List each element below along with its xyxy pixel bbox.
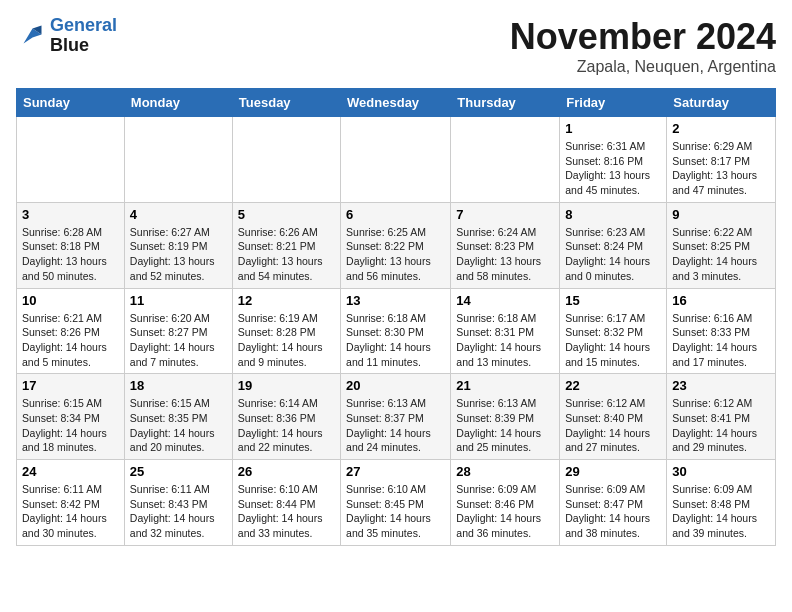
day-number: 27 bbox=[346, 464, 445, 479]
day-number: 2 bbox=[672, 121, 770, 136]
calendar-cell: 27Sunrise: 6:10 AMSunset: 8:45 PMDayligh… bbox=[341, 460, 451, 546]
calendar-cell: 22Sunrise: 6:12 AMSunset: 8:40 PMDayligh… bbox=[560, 374, 667, 460]
weekday-header-sunday: Sunday bbox=[17, 89, 125, 117]
calendar-cell bbox=[17, 117, 125, 203]
calendar-cell: 11Sunrise: 6:20 AMSunset: 8:27 PMDayligh… bbox=[124, 288, 232, 374]
day-number: 20 bbox=[346, 378, 445, 393]
day-info: Sunrise: 6:15 AMSunset: 8:34 PMDaylight:… bbox=[22, 396, 119, 455]
day-number: 16 bbox=[672, 293, 770, 308]
day-info: Sunrise: 6:18 AMSunset: 8:31 PMDaylight:… bbox=[456, 311, 554, 370]
weekday-header-thursday: Thursday bbox=[451, 89, 560, 117]
weekday-header-wednesday: Wednesday bbox=[341, 89, 451, 117]
calendar-cell: 29Sunrise: 6:09 AMSunset: 8:47 PMDayligh… bbox=[560, 460, 667, 546]
calendar-table: SundayMondayTuesdayWednesdayThursdayFrid… bbox=[16, 88, 776, 546]
day-info: Sunrise: 6:10 AMSunset: 8:45 PMDaylight:… bbox=[346, 482, 445, 541]
day-info: Sunrise: 6:21 AMSunset: 8:26 PMDaylight:… bbox=[22, 311, 119, 370]
calendar-cell: 14Sunrise: 6:18 AMSunset: 8:31 PMDayligh… bbox=[451, 288, 560, 374]
day-number: 30 bbox=[672, 464, 770, 479]
week-row-3: 10Sunrise: 6:21 AMSunset: 8:26 PMDayligh… bbox=[17, 288, 776, 374]
day-info: Sunrise: 6:23 AMSunset: 8:24 PMDaylight:… bbox=[565, 225, 661, 284]
day-info: Sunrise: 6:24 AMSunset: 8:23 PMDaylight:… bbox=[456, 225, 554, 284]
calendar-cell: 28Sunrise: 6:09 AMSunset: 8:46 PMDayligh… bbox=[451, 460, 560, 546]
calendar-cell: 17Sunrise: 6:15 AMSunset: 8:34 PMDayligh… bbox=[17, 374, 125, 460]
calendar-cell bbox=[232, 117, 340, 203]
calendar-cell: 21Sunrise: 6:13 AMSunset: 8:39 PMDayligh… bbox=[451, 374, 560, 460]
day-info: Sunrise: 6:29 AMSunset: 8:17 PMDaylight:… bbox=[672, 139, 770, 198]
day-info: Sunrise: 6:12 AMSunset: 8:40 PMDaylight:… bbox=[565, 396, 661, 455]
day-number: 1 bbox=[565, 121, 661, 136]
day-info: Sunrise: 6:22 AMSunset: 8:25 PMDaylight:… bbox=[672, 225, 770, 284]
weekday-header-tuesday: Tuesday bbox=[232, 89, 340, 117]
calendar-cell: 3Sunrise: 6:28 AMSunset: 8:18 PMDaylight… bbox=[17, 202, 125, 288]
day-info: Sunrise: 6:12 AMSunset: 8:41 PMDaylight:… bbox=[672, 396, 770, 455]
weekday-header-saturday: Saturday bbox=[667, 89, 776, 117]
day-number: 6 bbox=[346, 207, 445, 222]
calendar-cell: 5Sunrise: 6:26 AMSunset: 8:21 PMDaylight… bbox=[232, 202, 340, 288]
calendar-cell: 18Sunrise: 6:15 AMSunset: 8:35 PMDayligh… bbox=[124, 374, 232, 460]
month-title: November 2024 bbox=[510, 16, 776, 58]
calendar-header: SundayMondayTuesdayWednesdayThursdayFrid… bbox=[17, 89, 776, 117]
calendar-cell: 8Sunrise: 6:23 AMSunset: 8:24 PMDaylight… bbox=[560, 202, 667, 288]
day-number: 4 bbox=[130, 207, 227, 222]
day-number: 5 bbox=[238, 207, 335, 222]
calendar-cell: 6Sunrise: 6:25 AMSunset: 8:22 PMDaylight… bbox=[341, 202, 451, 288]
day-info: Sunrise: 6:17 AMSunset: 8:32 PMDaylight:… bbox=[565, 311, 661, 370]
calendar-cell: 1Sunrise: 6:31 AMSunset: 8:16 PMDaylight… bbox=[560, 117, 667, 203]
day-info: Sunrise: 6:20 AMSunset: 8:27 PMDaylight:… bbox=[130, 311, 227, 370]
calendar-cell bbox=[124, 117, 232, 203]
logo-bird-icon bbox=[16, 21, 46, 51]
week-row-1: 1Sunrise: 6:31 AMSunset: 8:16 PMDaylight… bbox=[17, 117, 776, 203]
day-number: 23 bbox=[672, 378, 770, 393]
day-number: 9 bbox=[672, 207, 770, 222]
calendar-cell bbox=[451, 117, 560, 203]
week-row-5: 24Sunrise: 6:11 AMSunset: 8:42 PMDayligh… bbox=[17, 460, 776, 546]
day-info: Sunrise: 6:18 AMSunset: 8:30 PMDaylight:… bbox=[346, 311, 445, 370]
day-info: Sunrise: 6:28 AMSunset: 8:18 PMDaylight:… bbox=[22, 225, 119, 284]
day-info: Sunrise: 6:25 AMSunset: 8:22 PMDaylight:… bbox=[346, 225, 445, 284]
calendar-cell: 15Sunrise: 6:17 AMSunset: 8:32 PMDayligh… bbox=[560, 288, 667, 374]
calendar-cell: 2Sunrise: 6:29 AMSunset: 8:17 PMDaylight… bbox=[667, 117, 776, 203]
day-number: 25 bbox=[130, 464, 227, 479]
calendar-cell: 24Sunrise: 6:11 AMSunset: 8:42 PMDayligh… bbox=[17, 460, 125, 546]
day-number: 15 bbox=[565, 293, 661, 308]
calendar-cell: 23Sunrise: 6:12 AMSunset: 8:41 PMDayligh… bbox=[667, 374, 776, 460]
calendar-cell: 19Sunrise: 6:14 AMSunset: 8:36 PMDayligh… bbox=[232, 374, 340, 460]
day-number: 29 bbox=[565, 464, 661, 479]
header-row: SundayMondayTuesdayWednesdayThursdayFrid… bbox=[17, 89, 776, 117]
day-info: Sunrise: 6:11 AMSunset: 8:42 PMDaylight:… bbox=[22, 482, 119, 541]
day-info: Sunrise: 6:09 AMSunset: 8:46 PMDaylight:… bbox=[456, 482, 554, 541]
day-info: Sunrise: 6:13 AMSunset: 8:39 PMDaylight:… bbox=[456, 396, 554, 455]
calendar-cell: 12Sunrise: 6:19 AMSunset: 8:28 PMDayligh… bbox=[232, 288, 340, 374]
day-number: 12 bbox=[238, 293, 335, 308]
day-info: Sunrise: 6:09 AMSunset: 8:48 PMDaylight:… bbox=[672, 482, 770, 541]
calendar-body: 1Sunrise: 6:31 AMSunset: 8:16 PMDaylight… bbox=[17, 117, 776, 546]
day-number: 13 bbox=[346, 293, 445, 308]
day-info: Sunrise: 6:27 AMSunset: 8:19 PMDaylight:… bbox=[130, 225, 227, 284]
day-number: 10 bbox=[22, 293, 119, 308]
day-number: 22 bbox=[565, 378, 661, 393]
calendar-cell: 7Sunrise: 6:24 AMSunset: 8:23 PMDaylight… bbox=[451, 202, 560, 288]
day-info: Sunrise: 6:16 AMSunset: 8:33 PMDaylight:… bbox=[672, 311, 770, 370]
calendar-cell: 16Sunrise: 6:16 AMSunset: 8:33 PMDayligh… bbox=[667, 288, 776, 374]
calendar-cell: 25Sunrise: 6:11 AMSunset: 8:43 PMDayligh… bbox=[124, 460, 232, 546]
calendar-cell: 30Sunrise: 6:09 AMSunset: 8:48 PMDayligh… bbox=[667, 460, 776, 546]
page-header: General Blue November 2024 Zapala, Neuqu… bbox=[16, 16, 776, 76]
day-number: 21 bbox=[456, 378, 554, 393]
day-info: Sunrise: 6:15 AMSunset: 8:35 PMDaylight:… bbox=[130, 396, 227, 455]
day-number: 26 bbox=[238, 464, 335, 479]
day-info: Sunrise: 6:14 AMSunset: 8:36 PMDaylight:… bbox=[238, 396, 335, 455]
day-number: 28 bbox=[456, 464, 554, 479]
weekday-header-friday: Friday bbox=[560, 89, 667, 117]
day-number: 24 bbox=[22, 464, 119, 479]
calendar-cell: 20Sunrise: 6:13 AMSunset: 8:37 PMDayligh… bbox=[341, 374, 451, 460]
day-info: Sunrise: 6:19 AMSunset: 8:28 PMDaylight:… bbox=[238, 311, 335, 370]
day-number: 3 bbox=[22, 207, 119, 222]
calendar-cell: 13Sunrise: 6:18 AMSunset: 8:30 PMDayligh… bbox=[341, 288, 451, 374]
day-number: 11 bbox=[130, 293, 227, 308]
day-info: Sunrise: 6:10 AMSunset: 8:44 PMDaylight:… bbox=[238, 482, 335, 541]
calendar-cell: 9Sunrise: 6:22 AMSunset: 8:25 PMDaylight… bbox=[667, 202, 776, 288]
day-number: 17 bbox=[22, 378, 119, 393]
calendar-cell: 26Sunrise: 6:10 AMSunset: 8:44 PMDayligh… bbox=[232, 460, 340, 546]
logo-text: General Blue bbox=[50, 16, 117, 56]
calendar-cell: 4Sunrise: 6:27 AMSunset: 8:19 PMDaylight… bbox=[124, 202, 232, 288]
